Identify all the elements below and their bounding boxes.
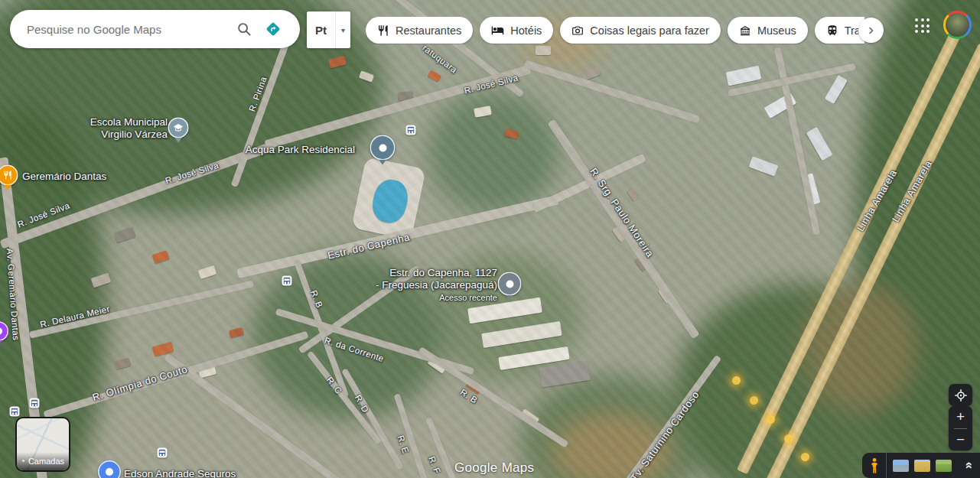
layers-button[interactable]: Camadas — [15, 417, 70, 472]
forest-patch — [428, 92, 558, 214]
imagery-bar: « — [862, 453, 980, 478]
photo-thumbnail[interactable] — [936, 460, 952, 472]
poi-label-geremario[interactable]: Geremário Dantas — [22, 171, 106, 183]
search-button[interactable] — [230, 15, 259, 44]
search-box[interactable]: Pesquise no Google Maps — [10, 10, 300, 48]
building — [113, 226, 135, 242]
highway-light — [801, 453, 809, 461]
layers-label: Camadas — [28, 457, 64, 466]
restaurant-icon — [3, 171, 13, 180]
pin-dot — [379, 144, 386, 151]
chip-label: Coisas legais para fazer — [590, 24, 709, 37]
bus-stop-icon[interactable] — [30, 398, 40, 408]
grid-dot — [921, 30, 924, 33]
pegman-button[interactable] — [862, 453, 886, 478]
map-canvas[interactable]: ratuquara R. José Silva R. Pirina R. Jos… — [0, 0, 980, 478]
zoom-control: + − — [949, 406, 972, 450]
chip-transporte[interactable]: Transporte p — [815, 17, 864, 44]
chip-restaurantes[interactable]: Restaurantes — [366, 17, 473, 44]
layers-icon — [21, 457, 25, 466]
grid-dot — [926, 18, 930, 21]
grid-dot — [921, 24, 924, 28]
camera-icon — [571, 24, 584, 37]
my-location-button[interactable] — [949, 384, 972, 406]
highway-light — [767, 415, 775, 424]
photo-thumbnail[interactable] — [914, 460, 930, 472]
grid-dot — [915, 18, 918, 21]
pegman-icon — [869, 457, 880, 474]
poi-text: Geremário Dantas — [22, 171, 106, 182]
recent-place-pin[interactable] — [498, 272, 522, 296]
poi-text: Virgilio Várzea — [101, 128, 168, 140]
chip-label: Museus — [757, 24, 796, 37]
map-type-label[interactable]: Pt — [307, 11, 336, 48]
school-pin[interactable] — [168, 118, 189, 138]
building — [152, 250, 170, 264]
poi-subtext: Acesso recente — [376, 291, 497, 304]
collapse-bar-button[interactable]: « — [963, 462, 976, 469]
poi-text: Estr. do Capenha, 1127 — [389, 267, 497, 278]
building — [726, 66, 762, 86]
directions-button[interactable] — [259, 15, 288, 44]
chip-coisas-legais[interactable]: Coisas legais para fazer — [560, 17, 721, 44]
museum-icon — [739, 24, 751, 37]
google-maps-watermark: Google Maps — [454, 460, 534, 476]
highway-light — [732, 376, 741, 385]
poi-label-edson[interactable]: Edson Andrade Seguros — [124, 468, 236, 478]
street-label: R. Olímpia do Couto — [91, 363, 189, 403]
poi-text: Acqua Park Residencial — [246, 144, 355, 155]
zoom-in-button[interactable]: + — [949, 406, 972, 428]
pin-dot — [0, 327, 2, 335]
google-apps-button[interactable] — [915, 18, 930, 33]
poi-label-acqua-park[interactable]: Acqua Park Residencial — [246, 144, 355, 156]
grid-dot — [926, 30, 930, 33]
highway-light — [784, 434, 793, 443]
poi-text: Escola Municipal — [90, 116, 168, 128]
search-input[interactable]: Pesquise no Google Maps — [27, 23, 230, 36]
bus-stop-icon[interactable] — [158, 448, 168, 458]
place-pin[interactable] — [370, 135, 396, 161]
building — [198, 265, 217, 279]
bus-stop-icon[interactable] — [282, 276, 292, 286]
building — [428, 70, 441, 83]
poi-label-escola[interactable]: Escola Municipal Virgilio Várzea — [90, 116, 168, 141]
building — [749, 156, 779, 176]
map-type-button[interactable]: Pt ▾ — [307, 11, 350, 48]
chevron-right-icon: › — [868, 20, 874, 38]
chip-hoteis[interactable]: Hotéis — [480, 17, 553, 44]
bus-stop-icon[interactable] — [406, 125, 416, 135]
category-chips: Restaurantes Hotéis Coisas legais para f… — [366, 17, 864, 44]
directions-icon — [264, 20, 282, 38]
graduation-cap-icon — [173, 122, 184, 134]
account-avatar[interactable] — [943, 11, 972, 39]
restaurant-icon — [377, 24, 389, 37]
transit-icon — [826, 24, 838, 37]
chip-label: Restaurantes — [396, 24, 461, 37]
imagery-thumbnails — [893, 460, 952, 472]
photo-thumbnail[interactable] — [893, 460, 909, 472]
poi-text: - Freguesia (Jacarepaguá) — [376, 279, 497, 291]
bar-divider — [886, 453, 887, 478]
building — [806, 127, 833, 161]
business-pin[interactable] — [98, 460, 121, 478]
poi-label-capenha-1127[interactable]: Estr. do Capenha, 1127 - Freguesia (Jaca… — [376, 267, 497, 304]
my-location-icon — [954, 389, 968, 402]
more-categories-button[interactable]: › — [858, 18, 884, 43]
building — [627, 187, 640, 201]
building — [825, 75, 848, 104]
poi-text: Edson Andrade Seguros — [124, 468, 236, 478]
street-label: R. F — [427, 455, 442, 475]
caret-down-icon[interactable]: ▾ — [336, 11, 350, 48]
building — [229, 327, 244, 338]
hotel-icon — [491, 24, 504, 37]
zoom-out-button[interactable]: − — [949, 429, 972, 451]
avatar-photo — [946, 13, 969, 37]
pin-dot — [106, 468, 113, 476]
street-label: R. Srg. Paulo Moreira — [588, 166, 656, 259]
chip-museus[interactable]: Museus — [728, 17, 808, 44]
grid-dot — [926, 24, 930, 28]
street-label: ratuquara — [421, 43, 458, 74]
bus-stop-icon[interactable] — [10, 407, 20, 417]
pin-dot — [506, 280, 513, 288]
grid-dot — [915, 24, 918, 28]
